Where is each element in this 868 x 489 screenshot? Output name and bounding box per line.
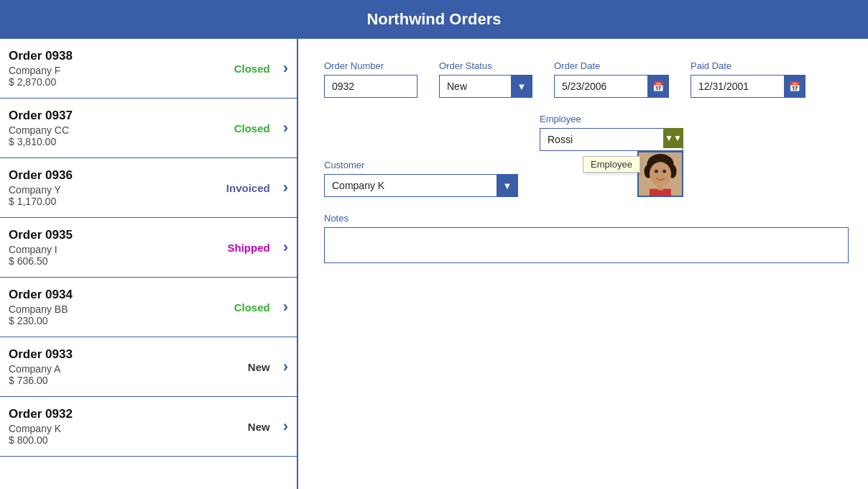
order-chevron-icon: › bbox=[283, 119, 288, 137]
customer-group: Customer Company K Company A Company B C… bbox=[324, 160, 518, 197]
order-right: New bbox=[206, 361, 276, 373]
order-status-select[interactable]: New Shipped Invoiced Closed bbox=[439, 75, 532, 98]
order-company: Company A bbox=[9, 363, 206, 375]
notes-input[interactable] bbox=[324, 227, 849, 263]
order-amount: $ 2,870.00 bbox=[9, 76, 206, 88]
order-status-group: Order Status New Shipped Invoiced Closed… bbox=[439, 60, 532, 98]
svg-point-5 bbox=[655, 170, 658, 173]
customer-select-wrapper: Company K Company A Company B Company F … bbox=[324, 174, 518, 197]
order-company: Company Y bbox=[9, 184, 206, 196]
paid-date-calendar-icon[interactable]: 📅 bbox=[784, 75, 805, 98]
employee-photo bbox=[637, 151, 683, 197]
list-item-order-0935[interactable]: Order 0935 Company I $ 606.50 Shipped › bbox=[0, 218, 297, 278]
list-item-order-0933[interactable]: Order 0933 Company A $ 736.00 New › bbox=[0, 337, 297, 397]
order-amount: $ 800.00 bbox=[9, 434, 206, 446]
order-number: Order 0932 bbox=[9, 407, 206, 421]
order-amount: $ 1,170.00 bbox=[9, 196, 206, 207]
order-right: Closed bbox=[206, 63, 276, 75]
customer-label: Customer bbox=[324, 160, 518, 170]
order-status: New bbox=[206, 361, 270, 373]
order-number: Order 0933 bbox=[9, 347, 206, 362]
order-amount: $ 3,810.00 bbox=[9, 136, 206, 147]
order-status: New bbox=[206, 421, 270, 433]
app-container: Northwind Orders Order 0938 Company F $ … bbox=[0, 0, 868, 489]
order-status: Closed bbox=[206, 122, 270, 134]
main-area: Order 0938 Company F $ 2,870.00 Closed ›… bbox=[0, 39, 868, 489]
order-chevron-icon: › bbox=[283, 238, 288, 257]
order-company: Company BB bbox=[9, 303, 206, 315]
customer-select[interactable]: Company K Company A Company B Company F … bbox=[324, 174, 518, 197]
svg-point-4 bbox=[650, 162, 671, 186]
order-status-select-wrapper: New Shipped Invoiced Closed ▼ bbox=[439, 75, 532, 98]
order-date-label: Order Date bbox=[554, 60, 669, 71]
order-date-group: Order Date 📅 bbox=[554, 60, 669, 98]
paid-date-wrapper: 📅 bbox=[691, 75, 805, 98]
list-item-order-0934[interactable]: Order 0934 Company BB $ 230.00 Closed › bbox=[0, 278, 297, 337]
order-chevron-icon: › bbox=[283, 357, 288, 376]
order-company: Company K bbox=[9, 423, 206, 434]
order-chevron-icon: › bbox=[283, 178, 288, 197]
list-item-order-0937[interactable]: Order 0937 Company CC $ 3,810.00 Closed … bbox=[0, 99, 297, 158]
order-amount: $ 736.00 bbox=[9, 375, 206, 386]
order-status: Shipped bbox=[206, 242, 270, 254]
order-status: Invoiced bbox=[206, 182, 270, 194]
order-number: Order 0937 bbox=[9, 109, 206, 123]
order-status: Closed bbox=[206, 63, 270, 75]
notes-group: Notes bbox=[324, 213, 849, 263]
order-info: Order 0937 Company CC $ 3,810.00 bbox=[9, 109, 206, 147]
order-chevron-icon: › bbox=[283, 417, 288, 436]
employee-group: Employee ▼ Employee bbox=[540, 114, 683, 197]
form-row-2: Customer Company K Company A Company B C… bbox=[324, 114, 849, 197]
order-number-group: Order Number bbox=[324, 60, 417, 98]
orders-list: Order 0938 Company F $ 2,870.00 Closed ›… bbox=[0, 39, 298, 489]
order-number: Order 0936 bbox=[9, 168, 206, 183]
employee-input-wrapper: ▼ bbox=[540, 128, 683, 151]
order-info: Order 0933 Company A $ 736.00 bbox=[9, 347, 206, 386]
order-number: Order 0934 bbox=[9, 288, 206, 302]
order-info: Order 0932 Company K $ 800.00 bbox=[9, 407, 206, 446]
order-info: Order 0938 Company F $ 2,870.00 bbox=[9, 49, 206, 88]
order-company: Company CC bbox=[9, 124, 206, 136]
order-amount: $ 606.50 bbox=[9, 255, 206, 267]
order-info: Order 0936 Company Y $ 1,170.00 bbox=[9, 168, 206, 207]
order-chevron-icon: › bbox=[283, 59, 288, 78]
order-company: Company F bbox=[9, 65, 206, 76]
order-date-calendar-icon[interactable]: 📅 bbox=[647, 75, 669, 98]
employee-input[interactable] bbox=[540, 128, 683, 151]
order-status: Closed bbox=[206, 301, 270, 314]
order-number-input[interactable] bbox=[324, 75, 417, 98]
employee-label: Employee bbox=[540, 114, 683, 124]
order-status-label: Order Status bbox=[439, 60, 532, 71]
order-right: Closed bbox=[206, 301, 276, 314]
order-right: New bbox=[206, 421, 276, 433]
order-number: Order 0938 bbox=[9, 49, 206, 63]
form-row-1: Order Number Order Status New Shipped In… bbox=[324, 60, 849, 98]
order-detail-panel: Order Number Order Status New Shipped In… bbox=[298, 39, 868, 489]
list-item-order-0936[interactable]: Order 0936 Company Y $ 1,170.00 Invoiced… bbox=[0, 158, 297, 218]
paid-date-group: Paid Date 📅 bbox=[691, 60, 805, 98]
employee-tooltip: Employee bbox=[583, 156, 640, 173]
order-number-label: Order Number bbox=[324, 60, 417, 71]
employee-photo-svg bbox=[639, 152, 682, 196]
order-info: Order 0935 Company I $ 606.50 bbox=[9, 228, 206, 267]
svg-rect-8 bbox=[657, 185, 663, 191]
order-amount: $ 230.00 bbox=[9, 315, 206, 326]
svg-point-6 bbox=[662, 170, 666, 173]
employee-select-wrapper: ▼ Employee bbox=[540, 128, 683, 151]
order-number: Order 0935 bbox=[9, 228, 206, 242]
order-right: Closed bbox=[206, 122, 276, 134]
order-date-wrapper: 📅 bbox=[554, 75, 669, 98]
order-chevron-icon: › bbox=[283, 298, 288, 316]
order-company: Company I bbox=[9, 244, 206, 255]
paid-date-label: Paid Date bbox=[691, 60, 805, 71]
order-right: Shipped bbox=[206, 242, 276, 254]
list-item-order-0932[interactable]: Order 0932 Company K $ 800.00 New › bbox=[0, 397, 297, 457]
employee-dropdown-button[interactable]: ▼ bbox=[663, 128, 683, 148]
app-title: Northwind Orders bbox=[366, 10, 501, 28]
order-right: Invoiced bbox=[206, 182, 276, 194]
list-item-order-0938[interactable]: Order 0938 Company F $ 2,870.00 Closed › bbox=[0, 39, 297, 99]
app-header: Northwind Orders bbox=[0, 0, 868, 39]
order-info: Order 0934 Company BB $ 230.00 bbox=[9, 288, 206, 326]
notes-label: Notes bbox=[324, 213, 849, 224]
